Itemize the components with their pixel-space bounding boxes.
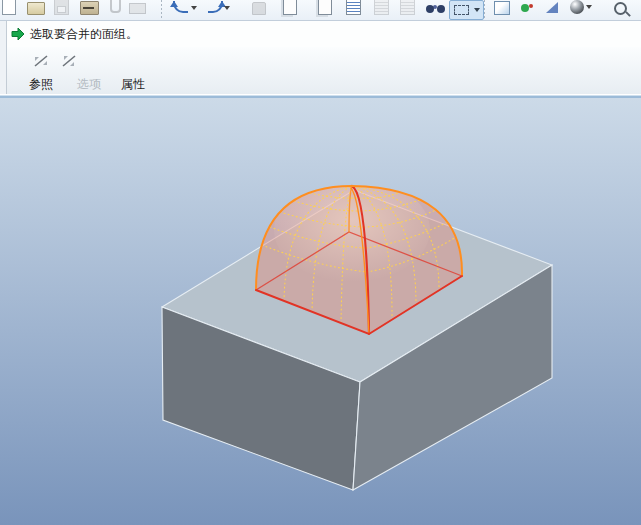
zoom-in-icon[interactable] [614,2,627,15]
cut-icon[interactable] [252,2,266,15]
model-view [0,98,641,525]
copy-icon[interactable] [283,0,297,15]
datum-display-icon[interactable] [521,4,529,12]
undo-icon[interactable] [173,1,188,13]
open-icon[interactable] [27,2,45,15]
flip-first-side-icon[interactable] [31,52,51,70]
print-icon[interactable] [80,1,99,15]
regenerate-icon[interactable] [374,0,389,15]
repaint-icon[interactable] [494,1,510,15]
paste-special-icon[interactable] [346,0,361,15]
save-icon[interactable] [54,0,69,15]
custom-regenerate-icon[interactable] [400,0,415,15]
tab-options[interactable]: 选项 [77,76,101,93]
tab-references[interactable]: 参照 [29,76,53,93]
redo-icon[interactable] [208,1,223,13]
find-icon[interactable] [426,5,434,13]
flip-second-side-icon[interactable] [59,52,79,70]
csys-display-icon[interactable] [546,2,558,13]
message-area: 选取要合并的面组。 [0,21,641,47]
toolbar-separator [160,0,163,20]
paste-icon[interactable] [318,0,332,15]
prompt-arrow-icon [11,27,25,41]
main-toolbar [0,0,641,21]
graphics-viewport[interactable] [0,98,641,525]
send-mail-icon[interactable] [129,3,146,14]
shaded-model-icon[interactable] [570,0,584,14]
toolbar-separator [483,0,486,20]
selection-filter-icon[interactable] [449,0,484,20]
tab-properties[interactable]: 属性 [121,76,145,93]
new-file-icon[interactable] [2,0,16,15]
prompt-message: 选取要合并的面组。 [30,26,138,43]
merge-dashboard: 参照 选项 属性 [0,47,641,94]
attach-icon[interactable] [110,0,121,13]
